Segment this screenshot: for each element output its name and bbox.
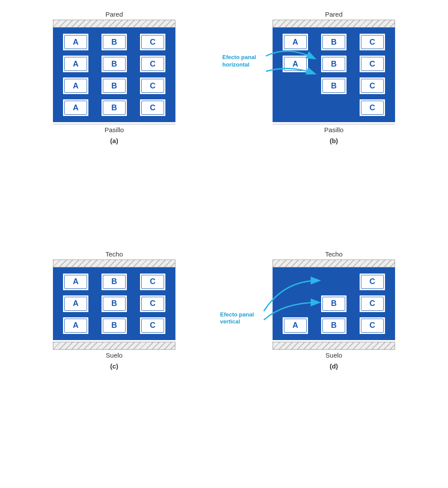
box-b-0-1: B	[320, 33, 347, 51]
box-b-0-0: A	[282, 33, 309, 51]
box-a-3-0: A	[62, 98, 89, 117]
box-a-1-0: A	[62, 55, 89, 73]
box-c-0-1: B	[101, 273, 128, 291]
empty-b-3-0	[282, 98, 309, 117]
panel-d: Techo Efecto panalvertical	[224, 244, 444, 484]
pasillo-line-b	[273, 124, 395, 124]
cell-a-1-0: A	[58, 55, 93, 73]
cell-c-1-2: C	[135, 295, 170, 313]
cell-c-0-1: B	[97, 273, 132, 291]
cell-a-1-2: C	[135, 55, 170, 73]
cell-d-0-2: C	[355, 273, 390, 291]
box-c-0-2: C	[139, 273, 166, 291]
panel-a: Pared A B C A B C A B C A B C Pasillo (a…	[4, 4, 224, 244]
box-c-0-0: A	[62, 273, 89, 291]
cell-d-2-2: C	[355, 316, 390, 335]
suelo-hatching-d	[273, 342, 395, 350]
box-a-2-0: A	[62, 77, 89, 95]
cell-a-2-2: C	[135, 77, 170, 95]
panel-b: Pared Efecto panalhorizontal	[224, 4, 444, 244]
techo-label-c: Techo	[105, 250, 123, 258]
box-a-1-2: C	[139, 55, 166, 73]
arrow-svg-d	[262, 276, 332, 324]
shelf-wrapper-b: Efecto panalhorizontal A B	[273, 28, 395, 122]
cell-b-2-2: C	[355, 77, 390, 95]
annotation-text-b: Efecto panalhorizontal	[222, 54, 256, 69]
hatching-c	[53, 260, 175, 267]
cell-a-2-1: B	[97, 77, 132, 95]
cell-a-2-0: A	[58, 77, 93, 95]
caption-a: (a)	[110, 137, 118, 144]
shelf-wrapper-c: A B C A B C A B C	[53, 267, 175, 340]
box-a-1-1: B	[101, 55, 128, 73]
annotation-b: Efecto panalhorizontal	[222, 54, 256, 69]
cell-b-3-0	[278, 98, 313, 117]
suelo-label-d: Suelo	[326, 351, 342, 359]
box-a-0-0: A	[62, 33, 89, 51]
suelo-hatching-c	[53, 342, 175, 350]
empty-b-3-1	[320, 98, 347, 117]
box-c-1-2: C	[139, 295, 166, 313]
wall-label-a: Pared	[105, 11, 123, 18]
cell-c-2-1: B	[97, 316, 132, 335]
hatching-d	[273, 260, 395, 267]
box-a-2-1: B	[101, 77, 128, 95]
box-d-0-2: C	[359, 273, 386, 291]
cell-b-0-2: C	[355, 33, 390, 51]
shelf-wrapper-a: A B C A B C A B C A B C	[53, 28, 175, 122]
pasillo-line-a	[53, 124, 175, 124]
cell-c-1-0: A	[58, 295, 93, 313]
box-c-1-0: A	[62, 295, 89, 313]
annotation-text-d: Efecto panalvertical	[220, 311, 254, 326]
box-b-3-2: C	[359, 98, 386, 117]
cell-a-3-1: B	[97, 98, 132, 117]
box-c-2-1: B	[101, 316, 128, 335]
cell-a-0-1: B	[97, 33, 132, 51]
box-b-1-2: C	[359, 55, 386, 73]
cell-c-1-1: B	[97, 295, 132, 313]
cell-b-0-1: B	[316, 33, 351, 51]
techo-label-d: Techo	[325, 250, 343, 258]
caption-d: (d)	[329, 362, 338, 370]
box-d-1-2: C	[359, 295, 386, 313]
box-b-1-1: B	[320, 55, 347, 73]
box-d-2-2: C	[359, 316, 386, 335]
cell-c-0-2: C	[135, 273, 170, 291]
box-b-2-2: C	[359, 77, 386, 95]
cell-b-3-2: C	[355, 98, 390, 117]
shelf-a: A B C A B C A B C A B C	[53, 28, 175, 122]
cell-c-2-0: A	[58, 316, 93, 335]
annotation-d: Efecto panalvertical	[220, 311, 254, 326]
pasillo-label-a: Pasillo	[105, 126, 124, 133]
cell-a-1-1: B	[97, 55, 132, 73]
panel-c: Techo A B C A B C A B C Suelo (c)	[4, 244, 224, 484]
box-a-3-1: B	[101, 98, 128, 117]
shelf-c: A B C A B C A B C	[53, 267, 175, 340]
cell-a-3-2: C	[135, 98, 170, 117]
box-a-3-2: C	[139, 98, 166, 117]
hatching-b	[273, 20, 395, 28]
arrow-svg-b	[262, 49, 323, 89]
caption-c: (c)	[110, 362, 118, 370]
box-a-2-2: C	[139, 77, 166, 95]
box-a-0-1: B	[101, 33, 128, 51]
suelo-label-c: Suelo	[106, 351, 122, 359]
box-c-2-0: A	[62, 316, 89, 335]
shelf-wrapper-d: Efecto panalvertical C B C A B C	[273, 267, 395, 340]
cell-b-3-1	[316, 98, 351, 117]
box-b-0-2: C	[359, 33, 386, 51]
box-b-2-1: B	[320, 77, 347, 95]
hatching-a	[53, 20, 175, 28]
cell-a-3-0: A	[58, 98, 93, 117]
pasillo-label-b: Pasillo	[324, 126, 343, 133]
box-c-2-2: C	[139, 316, 166, 335]
wall-label-b: Pared	[325, 11, 343, 18]
cell-d-1-2: C	[355, 295, 390, 313]
caption-b: (b)	[329, 137, 338, 144]
cell-c-2-2: C	[135, 316, 170, 335]
box-a-0-2: C	[139, 33, 166, 51]
cell-a-0-2: C	[135, 33, 170, 51]
cell-b-0-0: A	[278, 33, 313, 51]
cell-b-1-2: C	[355, 55, 390, 73]
cell-c-0-0: A	[58, 273, 93, 291]
